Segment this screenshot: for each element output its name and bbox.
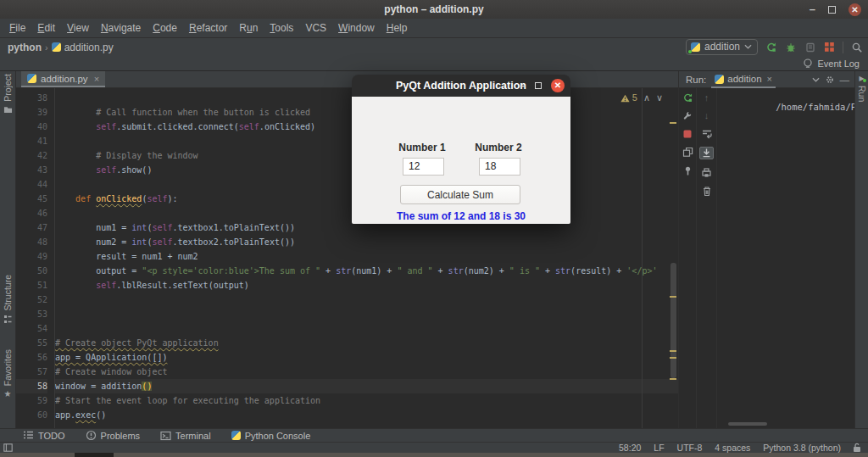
profiler-button[interactable] xyxy=(824,42,835,53)
line-number[interactable]: 49 xyxy=(16,249,47,264)
up-stacktrace-icon[interactable]: ↑ xyxy=(704,92,709,103)
tool-window-button-terminal[interactable]: Terminal xyxy=(160,431,211,441)
coverage-button[interactable] xyxy=(804,42,816,53)
code-line[interactable]: app = QApplication([]) xyxy=(55,350,678,365)
stop-button[interactable] xyxy=(682,129,693,139)
edit-config-button[interactable] xyxy=(682,111,693,121)
prev-warning-icon[interactable]: ∧ xyxy=(643,91,650,105)
run-tab-close-icon[interactable]: × xyxy=(767,74,772,84)
maximize-icon[interactable] xyxy=(828,6,836,14)
pin-button[interactable] xyxy=(682,165,693,176)
menu-navigate[interactable]: Navigate xyxy=(95,22,147,34)
menu-refactor[interactable]: Refactor xyxy=(183,22,233,34)
line-number[interactable]: 52 xyxy=(16,293,47,307)
warning-stripe-mark[interactable] xyxy=(670,122,676,124)
line-number[interactable]: 43 xyxy=(16,163,47,177)
rerun-button[interactable] xyxy=(682,92,693,103)
line-number[interactable]: 59 xyxy=(16,393,47,408)
code-editor[interactable]: 3839404142434445464748495051525354555657… xyxy=(16,88,678,428)
dialog-minimize-icon[interactable]: – xyxy=(520,82,526,89)
menu-run[interactable]: Run xyxy=(233,22,264,34)
menu-code[interactable]: Code xyxy=(147,22,183,34)
code-line[interactable]: self.lblResult.setText(output) xyxy=(55,278,678,293)
editor-scrollbar[interactable] xyxy=(668,88,678,428)
line-number[interactable]: 40 xyxy=(16,120,47,134)
line-number[interactable]: 56 xyxy=(16,350,47,365)
dialog-maximize-icon[interactable] xyxy=(535,82,542,89)
tool-window-button-python-console[interactable]: Python Console xyxy=(231,431,311,441)
menu-file[interactable]: File xyxy=(3,22,31,34)
dialog-titlebar[interactable]: PyQt Addition Application – ✕ xyxy=(352,75,570,97)
tool-window-button-structure[interactable]: Structure xyxy=(0,275,15,324)
line-number[interactable]: 38 xyxy=(16,91,47,105)
code-line[interactable]: # Create object PyQt application xyxy=(55,336,678,350)
menu-tools[interactable]: Tools xyxy=(264,22,299,34)
warning-stripe-mark[interactable] xyxy=(670,357,676,359)
down-stacktrace-icon[interactable]: ↓ xyxy=(704,110,709,120)
line-number[interactable]: 54 xyxy=(16,321,47,336)
line-number[interactable]: 41 xyxy=(16,134,47,148)
code-line[interactable] xyxy=(55,293,678,307)
code-line[interactable]: result = num1 + num2 xyxy=(55,249,678,264)
code-line[interactable]: # Start the event loop for executing the… xyxy=(55,393,678,408)
code-line[interactable]: output = "<p style='color:blue'>The sum … xyxy=(55,264,678,278)
status-encoding[interactable]: UTF-8 xyxy=(677,443,703,453)
minimize-icon[interactable]: – xyxy=(810,5,815,14)
gear-icon[interactable] xyxy=(825,75,835,85)
tool-window-button-project[interactable]: Project xyxy=(0,74,15,114)
code-line[interactable]: window = addition() xyxy=(55,379,678,393)
run-configuration-select[interactable]: addition xyxy=(686,39,758,55)
status-interpreter[interactable]: Python 3.8 (python) xyxy=(763,443,841,453)
line-number[interactable]: 51 xyxy=(16,278,47,293)
search-everywhere-button[interactable] xyxy=(851,42,863,53)
restore-layout-button[interactable] xyxy=(682,147,693,158)
calculate-sum-button[interactable]: Calculate Sum xyxy=(400,185,520,204)
os-titlebar[interactable]: python – addition.py – ✕ xyxy=(0,0,868,19)
console-hscrollbar[interactable] xyxy=(728,422,767,426)
code-line[interactable] xyxy=(55,321,678,336)
menu-help[interactable]: Help xyxy=(381,22,414,34)
scrollbar-thumb[interactable] xyxy=(670,263,676,378)
line-number[interactable]: 39 xyxy=(16,105,47,120)
line-number[interactable]: 44 xyxy=(16,177,47,192)
hide-panel-icon[interactable]: — xyxy=(840,75,850,85)
code-line[interactable]: # Create window object xyxy=(55,365,678,379)
lock-button[interactable] xyxy=(853,443,861,453)
soft-wrap-button[interactable] xyxy=(701,128,713,139)
chevron-down-icon[interactable] xyxy=(812,77,820,82)
event-log-button[interactable]: Event Log xyxy=(817,59,860,69)
warning-stripe-mark[interactable] xyxy=(670,296,676,298)
dialog-close-icon[interactable]: ✕ xyxy=(551,79,565,92)
line-number[interactable]: 48 xyxy=(16,235,47,249)
number2-input[interactable]: 18 xyxy=(479,158,520,176)
line-number[interactable]: 58 xyxy=(16,379,47,393)
line-number[interactable]: 42 xyxy=(16,148,47,163)
editor-tab-addition-py[interactable]: addition.py × xyxy=(21,71,105,87)
next-warning-icon[interactable]: ∨ xyxy=(656,91,663,105)
clear-console-button[interactable] xyxy=(702,186,712,197)
inspection-widget[interactable]: 5 ∧ ∨ xyxy=(620,91,663,105)
rerun-button[interactable] xyxy=(765,42,777,53)
gutter[interactable]: 3839404142434445464748495051525354555657… xyxy=(16,88,55,428)
warning-stripe-mark[interactable] xyxy=(670,378,676,380)
line-number[interactable]: 45 xyxy=(16,192,47,206)
breadcrumb-root[interactable]: python xyxy=(8,42,42,53)
tool-window-button-favorites[interactable]: Favorites ★ xyxy=(0,349,15,398)
run-tab-addition[interactable]: addition × xyxy=(711,71,776,88)
tool-window-button-run[interactable]: ▶ Run xyxy=(855,75,868,102)
breadcrumb-file[interactable]: addition.py xyxy=(64,42,114,53)
code-line[interactable] xyxy=(55,307,678,321)
line-number[interactable]: 47 xyxy=(16,220,47,235)
line-number[interactable]: 57 xyxy=(16,365,47,379)
status-line-separator[interactable]: LF xyxy=(654,443,664,453)
line-number[interactable]: 60 xyxy=(16,408,47,422)
status-indent[interactable]: 4 spaces xyxy=(715,443,750,453)
tool-window-button-problems[interactable]: Problems xyxy=(86,430,140,441)
scroll-to-end-button[interactable] xyxy=(699,147,714,159)
menu-view[interactable]: View xyxy=(61,22,95,34)
menu-edit[interactable]: Edit xyxy=(31,22,61,34)
line-number[interactable]: 50 xyxy=(16,264,47,278)
menu-window[interactable]: Window xyxy=(332,22,381,34)
toolwindow-toggle-icon[interactable] xyxy=(3,443,13,452)
run-console-output[interactable]: /home/fahmida/PycharmProjec xyxy=(717,88,854,428)
